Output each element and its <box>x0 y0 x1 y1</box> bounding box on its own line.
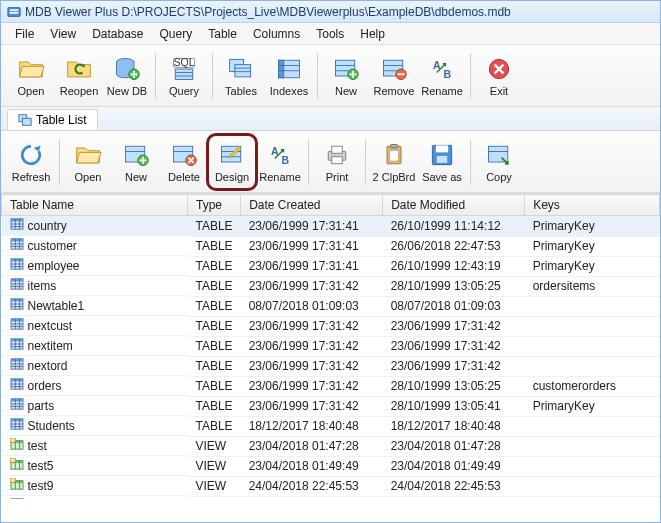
menu-view[interactable]: View <box>44 25 82 43</box>
cell-created: 23/06/1999 17:31:41 <box>241 216 383 237</box>
table-row[interactable]: nextitemTABLE23/06/1999 17:31:4223/06/19… <box>2 336 660 356</box>
menu-query[interactable]: Query <box>154 25 199 43</box>
saveas-button[interactable]: Save as <box>418 135 466 189</box>
svg-rect-133 <box>10 478 15 482</box>
svg-rect-90 <box>11 339 23 342</box>
table-row[interactable]: StudentsTABLE18/12/2017 18:40:4818/12/20… <box>2 416 660 436</box>
query-button[interactable]: SQLQuery <box>160 49 208 103</box>
open-label: Open <box>18 85 45 97</box>
exit-icon <box>485 55 513 83</box>
table-row[interactable]: Newtable1TABLE08/07/2018 01:09:0308/07/2… <box>2 296 660 316</box>
table-row[interactable]: employeeTABLE23/06/1999 17:31:4126/10/19… <box>2 256 660 276</box>
cell-type: TABLE <box>188 376 241 396</box>
open-button[interactable]: Open <box>7 49 55 103</box>
menu-table[interactable]: Table <box>202 25 243 43</box>
design-label: Design <box>215 171 249 183</box>
cell-modified: 24/04/2018 22:45:53 <box>383 476 525 496</box>
separator <box>365 139 366 185</box>
svg-rect-43 <box>332 146 343 153</box>
tab-table-list[interactable]: Table List <box>7 109 98 130</box>
cell-created: 23/06/1999 17:31:42 <box>241 316 383 336</box>
menu-database[interactable]: Database <box>86 25 149 43</box>
row-name-text: vendors <box>28 499 71 500</box>
menu-columns[interactable]: Columns <box>247 25 306 43</box>
table-row[interactable]: customerTABLE23/06/1999 17:31:4126/06/20… <box>2 236 660 256</box>
table-row[interactable]: vendorsTABLE23/06/1999 17:31:4228/10/199… <box>2 496 660 499</box>
table-row[interactable]: countryTABLE23/06/1999 17:31:4126/10/199… <box>2 216 660 237</box>
svg-rect-123 <box>10 438 15 442</box>
table-row[interactable]: test9VIEW24/04/2018 22:45:5324/04/2018 2… <box>2 476 660 496</box>
copy-button[interactable]: Copy <box>475 135 523 189</box>
delete-label: Delete <box>168 171 200 183</box>
clipboard-button[interactable]: 2 ClpBrd <box>370 135 418 189</box>
cell-name: parts <box>2 396 188 416</box>
design-icon <box>218 141 246 169</box>
table-new-icon <box>332 55 360 83</box>
window-title: MDB Viewer Plus D:\PROJECTS\Projects_Liv… <box>25 5 511 19</box>
table-row[interactable]: partsTABLE23/06/1999 17:31:4228/10/1999 … <box>2 396 660 416</box>
tabstrip: Table List <box>1 107 660 131</box>
rename-button[interactable]: ABRename <box>418 49 466 103</box>
design-button[interactable]: Design <box>208 135 256 189</box>
col-created[interactable]: Date Created <box>241 195 383 216</box>
exit-button[interactable]: Exit <box>475 49 523 103</box>
separator <box>470 53 471 99</box>
main-toolbar: Open Reopen New DB SQLQuery Tables Index… <box>1 45 660 107</box>
col-modified[interactable]: Date Modified <box>383 195 525 216</box>
row-name-text: nextord <box>28 359 68 373</box>
new-button[interactable]: New <box>112 135 160 189</box>
col-keys[interactable]: Keys <box>525 195 660 216</box>
separator <box>308 139 309 185</box>
cell-keys: PrimaryKey <box>525 256 660 276</box>
remove-button[interactable]: Remove <box>370 49 418 103</box>
cell-name: nextord <box>2 356 188 376</box>
svg-rect-96 <box>11 359 23 362</box>
refresh-button[interactable]: Refresh <box>7 135 55 189</box>
reopen-label: Reopen <box>60 85 99 97</box>
separator <box>212 53 213 99</box>
table-row[interactable]: test5VIEW23/04/2018 01:49:4923/04/2018 0… <box>2 456 660 476</box>
table-icon <box>10 338 24 353</box>
row-name-text: Students <box>28 419 75 433</box>
row-name-text: employee <box>28 259 80 273</box>
cell-keys <box>525 296 660 316</box>
table-row[interactable]: itemsTABLE23/06/1999 17:31:4228/10/1999 … <box>2 276 660 296</box>
cell-keys: PrimaryKey <box>525 396 660 416</box>
row-name-text: test9 <box>28 479 54 493</box>
new-button[interactable]: New <box>322 49 370 103</box>
indexes-button[interactable]: Indexes <box>265 49 313 103</box>
menu-tools[interactable]: Tools <box>310 25 350 43</box>
table-row[interactable]: nextcustTABLE23/06/1999 17:31:4223/06/19… <box>2 316 660 336</box>
table-icon <box>10 318 24 333</box>
col-type[interactable]: Type <box>188 195 241 216</box>
cell-created: 23/04/2018 01:47:28 <box>241 436 383 456</box>
cell-name: nextitem <box>2 336 188 356</box>
menu-help[interactable]: Help <box>354 25 391 43</box>
open-button[interactable]: Open <box>64 135 112 189</box>
cell-modified: 28/10/1999 13:05:41 <box>383 496 525 499</box>
reopen-button[interactable]: Reopen <box>55 49 103 103</box>
table-row[interactable]: nextordTABLE23/06/1999 17:31:4223/06/199… <box>2 356 660 376</box>
table-row[interactable]: ordersTABLE23/06/1999 17:31:4228/10/1999… <box>2 376 660 396</box>
svg-rect-78 <box>11 299 23 302</box>
delete-button[interactable]: Delete <box>160 135 208 189</box>
svg-rect-66 <box>11 259 23 262</box>
newdb-button[interactable]: New DB <box>103 49 151 103</box>
row-name-text: items <box>28 279 57 293</box>
tables-button[interactable]: Tables <box>217 49 265 103</box>
print-button[interactable]: Print <box>313 135 361 189</box>
cell-created: 24/04/2018 22:45:53 <box>241 476 383 496</box>
cell-keys <box>525 436 660 456</box>
cell-created: 23/06/1999 17:31:42 <box>241 396 383 416</box>
svg-rect-44 <box>332 156 343 163</box>
table-row[interactable]: testVIEW23/04/2018 01:47:2823/04/2018 01… <box>2 436 660 456</box>
query-label: Query <box>169 85 199 97</box>
rename-button[interactable]: ABRename <box>256 135 304 189</box>
menu-file[interactable]: File <box>9 25 40 43</box>
col-name[interactable]: Table Name <box>2 195 188 216</box>
svg-rect-11 <box>235 64 251 76</box>
cell-type: TABLE <box>188 496 241 499</box>
cell-type: TABLE <box>188 276 241 296</box>
menubar: File View Database Query Table Columns T… <box>1 23 660 45</box>
cell-modified: 26/06/2018 22:47:53 <box>383 236 525 256</box>
